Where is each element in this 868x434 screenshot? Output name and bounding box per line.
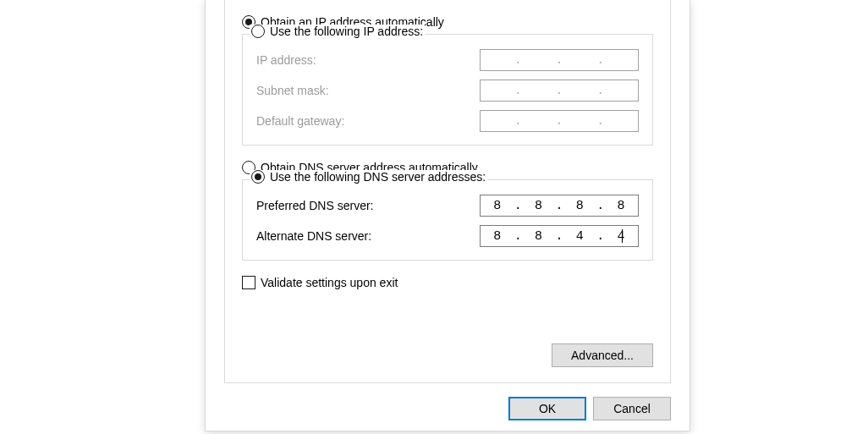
alternate-dns-input[interactable]: 8. 8. 4. 4 — [480, 225, 639, 247]
alternate-dns-row: Alternate DNS server: 8. 8. 4. 4 — [256, 221, 639, 251]
preferred-dns-input[interactable]: 8. 8. 8. 8 — [480, 195, 639, 217]
ip-address-label: IP address: — [256, 53, 480, 67]
subnet-mask-row: Subnet mask: . . . — [256, 75, 639, 106]
use-following-dns-row[interactable]: Use the following DNS server addresses: — [250, 170, 487, 184]
use-following-ip-label: Use the following IP address: — [270, 25, 423, 38]
subnet-mask-label: Subnet mask: — [256, 84, 480, 97]
alternate-dns-label: Alternate DNS server: — [256, 229, 480, 243]
text-caret-icon — [622, 229, 623, 243]
default-gateway-row: Default gateway: . . . — [256, 106, 639, 136]
validate-settings-row[interactable]: Validate settings upon exit — [242, 276, 653, 289]
tcp-ip-properties-dialog: Obtain an IP address automatically Use t… — [205, 0, 690, 431]
validate-settings-label: Validate settings upon exit — [261, 276, 398, 289]
radio-selected-icon — [251, 170, 265, 184]
cancel-button[interactable]: Cancel — [593, 397, 671, 420]
ip-address-input[interactable]: . . . — [480, 49, 639, 71]
dns-manual-group: Use the following DNS server addresses: … — [242, 179, 653, 261]
ip-manual-group: Use the following IP address: IP address… — [242, 34, 653, 146]
use-following-ip-row[interactable]: Use the following IP address: — [250, 25, 425, 38]
ok-button[interactable]: OK — [508, 397, 586, 420]
checkbox-unchecked-icon — [242, 276, 255, 289]
radio-unselected-icon — [251, 25, 265, 38]
preferred-dns-label: Preferred DNS server: — [256, 199, 480, 212]
subnet-mask-input[interactable]: . . . — [480, 80, 639, 102]
use-following-dns-label: Use the following DNS server addresses: — [270, 170, 486, 184]
default-gateway-label: Default gateway: — [256, 114, 480, 128]
advanced-button[interactable]: Advanced... — [552, 343, 653, 367]
dialog-button-row: OK Cancel — [508, 397, 671, 420]
dialog-content: Obtain an IP address automatically Use t… — [224, 0, 671, 383]
default-gateway-input[interactable]: . . . — [480, 110, 639, 132]
preferred-dns-row: Preferred DNS server: 8. 8. 8. 8 — [256, 190, 639, 221]
ip-address-row: IP address: . . . — [256, 45, 639, 75]
